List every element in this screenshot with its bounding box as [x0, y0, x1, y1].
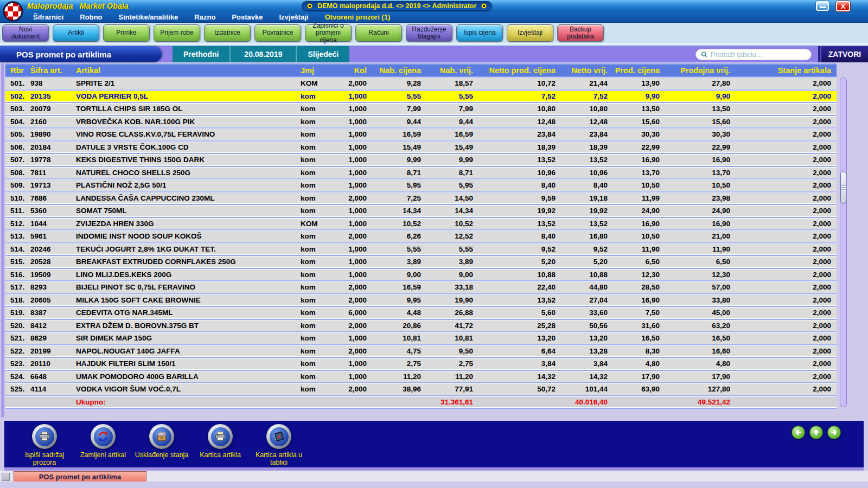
nav-right-button[interactable] — [827, 426, 841, 439]
table-cell: 38,96 — [367, 383, 421, 395]
table-row[interactable]: 506.20184DATULE 3 VRSTE ČOK.100G CDkom1,… — [5, 142, 837, 153]
table-row[interactable]: 509.19713PLASTIČNI NOŽ 2,5G 50/1kom1,000… — [5, 179, 837, 191]
ispis-cijena-button[interactable]: Ispis cijena — [456, 24, 503, 42]
col-header-nab-cijena[interactable]: Nab. cijena — [367, 65, 421, 76]
table-cell: 24,90 — [608, 205, 660, 217]
taskbar-item-pos-promet[interactable]: POS promet po artiklima — [14, 471, 146, 481]
table-row[interactable]: 524.6648UMAK POMODORO 400G BARILLAkom1,0… — [5, 371, 837, 383]
table-row[interactable]: 508.7811NATUREL CHOCO SHELLS 250Gkom1,00… — [5, 167, 837, 179]
col-header-jmj[interactable]: Jmj — [299, 65, 327, 76]
zapisnici-button[interactable]: Zapisnici o promjeni cijena — [305, 24, 352, 42]
table-cell: BREAKFAST EXTRUDED CORNFLAKES 250G — [76, 256, 299, 268]
table-row[interactable]: 513.5961INDOMIE INST NOOD SOUP KOKOŠkom2… — [5, 230, 837, 242]
table-row[interactable]: 502.20135VODA PERRIER 0,5Lkom1,0005,555,… — [5, 91, 837, 102]
izvjestaji-button[interactable]: Izvještaji — [507, 24, 553, 42]
kartica-artikla-button[interactable]: Kartica artikla — [191, 421, 250, 467]
table-cell: BIJELI PINOT SC 0,75L FERAVINO — [76, 281, 299, 293]
razduzenje-blagajni-button[interactable]: Razduženje blagajni — [406, 24, 452, 42]
table-cell: kom — [299, 307, 327, 319]
primke-button[interactable]: Primke — [103, 24, 150, 42]
col-header-nab-vrij[interactable]: Nab. vrij. — [421, 65, 473, 76]
table-cell: 9,00 — [367, 269, 421, 281]
menu-izvjestaji[interactable]: Izvještaji — [271, 13, 316, 21]
table-cell: kom — [299, 91, 327, 102]
zatvori-button[interactable]: ZATVORI — [820, 46, 868, 62]
table-row[interactable]: 517.8293BIJELI PINOT SC 0,75L FERAVINOko… — [5, 281, 837, 293]
table-row[interactable]: 515.20528BREAKFAST EXTRUDED CORNFLAKES 2… — [5, 256, 837, 268]
table-cell: 513. — [5, 230, 30, 242]
menu-sifrarnici[interactable]: Šifrarnici — [25, 13, 72, 21]
taskbar-corner-button[interactable] — [2, 473, 10, 481]
table-cell: 15,49 — [367, 142, 421, 153]
uskladjenje-stanja-button[interactable]: Usklađenje stanja — [132, 421, 191, 467]
search-input[interactable] — [711, 50, 806, 59]
table-row[interactable]: 514.20246TEKUĆI JOGURT 2,8% 1KG DUKAT TE… — [5, 243, 837, 255]
col-header-prod-cijena[interactable]: Prod. cijena — [608, 65, 660, 76]
table-row[interactable]: 511.5360SOMAT 750MLkom1,00014,3414,3419,… — [5, 205, 837, 217]
table-cell: 13,52 — [473, 154, 556, 166]
close-button[interactable]: X — [836, 1, 850, 11]
table-row[interactable]: 522.20199NAPOL.NOUGAT 140G JAFFAkom2,000… — [5, 345, 837, 357]
table-cell: 510. — [5, 192, 30, 204]
table-row[interactable]: 501.938SPRITE 2/1KOM2,0009,2818,5710,722… — [5, 78, 837, 89]
table-cell: 24,90 — [660, 205, 730, 217]
table-row[interactable]: 507.19778KEKS DIGESTIVE THINS 150G DARKk… — [5, 154, 837, 166]
table-row[interactable]: 503.20079TORTILLA CHIPS SIR 185G OLkom1,… — [5, 103, 837, 115]
col-header-netto-vrij[interactable]: Netto vrij. — [556, 65, 608, 76]
table-cell: 9,44 — [421, 116, 473, 128]
povratnice-button[interactable]: Povratnice — [254, 24, 301, 42]
col-header-artikal[interactable]: Artikal — [76, 65, 299, 76]
table-row[interactable]: 523.20110HAJDUK FILTERI SLIM 150/1kom1,0… — [5, 358, 837, 370]
totals-netto-vrij: 40.016,40 — [556, 396, 608, 408]
col-header-sifra[interactable]: Šifra art. — [30, 65, 76, 76]
table-cell: 5961 — [30, 230, 76, 242]
table-cell: 13,50 — [608, 103, 660, 115]
table-cell: 5360 — [30, 205, 76, 217]
next-day-button[interactable]: Slijedeći — [296, 46, 349, 62]
table-row[interactable]: 516.19509LINO MLIJ.DES.KEKS 200Gkom1,000… — [5, 269, 837, 281]
table-row[interactable]: 519.8387CEDEVITA OTG NAR.345MLkom6,0004,… — [5, 307, 837, 319]
table-cell: 1,000 — [327, 256, 367, 268]
ispisi-sadrzaj-prozora-button[interactable]: Ispiši sadržaj prozora — [15, 421, 74, 467]
table-row[interactable]: 525.4114VODKA VIGOR ŠUM VOĆ.0,7Lkom2,000… — [5, 383, 837, 395]
novi-dokument-button[interactable]: Novi dokument — [2, 24, 49, 42]
table-row[interactable]: 521.8629SIR DIMEK MAP 150Gkom1,00010,811… — [5, 332, 837, 344]
table-cell: 2,000 — [730, 154, 837, 166]
menu-razno[interactable]: Razno — [186, 13, 224, 21]
minimize-button[interactable] — [816, 1, 829, 11]
table-cell: UMAK POMODORO 400G BARILLA — [76, 371, 299, 383]
current-date-button[interactable]: 20.08.2019 — [229, 46, 296, 62]
table-cell: 2,000 — [327, 281, 367, 293]
scrollbar-thumb[interactable] — [840, 171, 846, 204]
racuni-button[interactable]: Računi — [355, 24, 402, 42]
prijem-robe-button[interactable]: Prijem robe — [154, 24, 200, 42]
kartica-artikla-u-tablici-button[interactable]: Kartica artikla u tablici — [250, 421, 308, 467]
table-row[interactable]: 518.20605MILKA 150G SOFT CAKE BROWNIEkom… — [5, 294, 837, 306]
col-header-stanje[interactable]: Stanje artikala — [730, 65, 837, 76]
menu-robno[interactable]: Robno — [72, 13, 110, 21]
vertical-scrollbar[interactable] — [840, 78, 847, 407]
menu-postavke[interactable]: Postavke — [224, 13, 271, 21]
previous-day-button[interactable]: Prethodni — [173, 46, 229, 62]
table-row[interactable]: 512.1044ZVIJEZDA HREN 330GKOM1,00010,521… — [5, 218, 837, 230]
backup-podataka-button[interactable]: Backup podataka — [557, 24, 604, 42]
izdatnice-button[interactable]: Izdatnice — [204, 24, 251, 42]
nav-left-button[interactable] — [792, 426, 805, 439]
table-row[interactable]: 504.2160VRBOVEČKA KOB. NAR.100G PIKkom1,… — [5, 116, 837, 128]
col-header-rbr[interactable]: Rbr — [5, 65, 30, 76]
col-header-netto-prod-cijena[interactable]: Netto prod. cijena — [473, 65, 556, 76]
col-header-prodajna-vrij[interactable]: Prodajna vrij. — [660, 65, 730, 76]
table-row[interactable]: 505.19890VINO ROSE CLASS.KV.0,75L FERAVI… — [5, 129, 837, 140]
table-cell: 512. — [5, 218, 30, 230]
nav-up-button[interactable] — [809, 426, 823, 439]
artikli-button[interactable]: Artikli — [53, 24, 99, 42]
table-row[interactable]: 520.8412EXTRA DŽEM D. BOROVN.375G BTkom2… — [5, 320, 837, 332]
table-cell: 20246 — [30, 243, 76, 255]
table-search-box[interactable] — [695, 49, 812, 60]
menu-otvoreni-prozori[interactable]: Otvoreni prozori (1) — [317, 13, 399, 21]
table-row[interactable]: 510.7686LANDESSA ČAŠA CAPPUCCINO 230MLko… — [5, 192, 837, 204]
zamijeni-artikal-button[interactable]: Zamijeni artikal — [74, 421, 132, 467]
col-header-kol[interactable]: Kol — [327, 65, 367, 76]
table-cell: 9,95 — [367, 294, 421, 306]
menu-sintetike-analitike[interactable]: Sintetike/analitike — [111, 13, 187, 21]
